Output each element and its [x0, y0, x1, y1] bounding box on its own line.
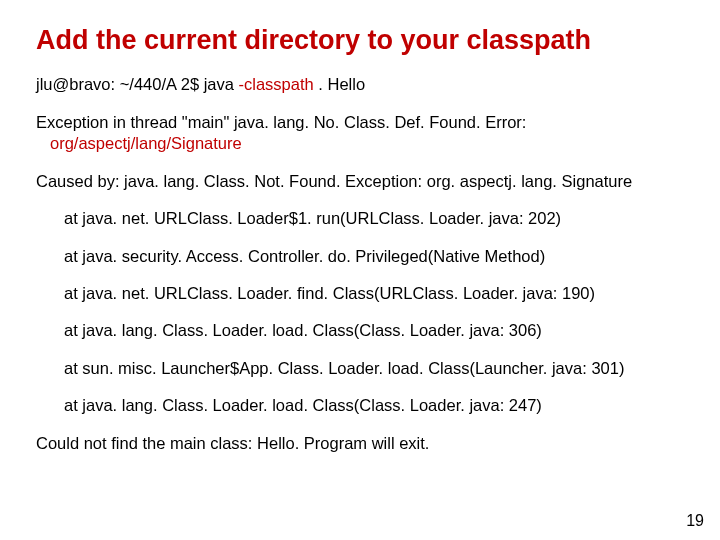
page-title: Add the current directory to your classp…	[36, 24, 688, 56]
flag-text: -classpath	[239, 75, 319, 93]
caused-by-line: Caused by: java. lang. Class. Not. Found…	[36, 171, 688, 192]
stack-trace-line: at sun. misc. Launcher$App. Class. Loade…	[64, 358, 688, 379]
exception-head: Exception in thread "main" java. lang. N…	[36, 113, 526, 131]
stack-trace-line: at java. net. URLClass. Loader$1. run(UR…	[64, 208, 688, 229]
cmd-rest: . Hello	[318, 75, 365, 93]
exception-line: Exception in thread "main" java. lang. N…	[36, 112, 688, 155]
stack-trace-line: at java. lang. Class. Loader. load. Clas…	[64, 320, 688, 341]
prompt-text: jlu@bravo: ~/440/A 2$ java	[36, 75, 239, 93]
exception-signature: org/aspectj/lang/Signature	[50, 133, 242, 154]
stack-trace-line: at java. lang. Class. Loader. load. Clas…	[64, 395, 688, 416]
slide-container: Add the current directory to your classp…	[0, 0, 720, 540]
page-number: 19	[686, 512, 704, 530]
stack-trace-line: at java. net. URLClass. Loader. find. Cl…	[64, 283, 688, 304]
stack-trace-line: at java. security. Access. Controller. d…	[64, 246, 688, 267]
command-line: jlu@bravo: ~/440/A 2$ java -classpath . …	[36, 74, 688, 95]
footer-line: Could not find the main class: Hello. Pr…	[36, 433, 688, 454]
